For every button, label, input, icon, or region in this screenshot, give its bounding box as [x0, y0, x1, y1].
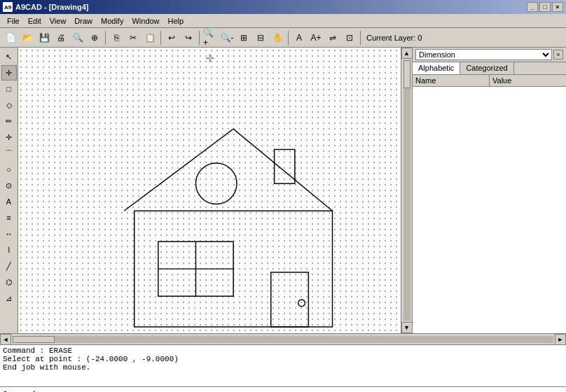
tb-font[interactable]: A+: [308, 30, 324, 46]
command-input-bar[interactable]: Command :: [0, 386, 566, 392]
svg-point-2: [196, 163, 237, 204]
lt-line[interactable]: ╱: [1, 258, 17, 274]
command-input[interactable]: [47, 390, 563, 393]
col-name: Name: [413, 75, 490, 86]
tb-zoom-all[interactable]: ⊟: [253, 30, 268, 46]
title-bar: A9 A9CAD - [Drawing4] _ □ ×: [0, 0, 566, 14]
vscroll-up-button[interactable]: ▲: [401, 48, 413, 59]
lt-arc[interactable]: ⌒: [1, 146, 17, 161]
drawing-area[interactable]: ✛: [18, 48, 401, 333]
tb-sep2: [160, 31, 161, 45]
lt-rectangle[interactable]: □: [1, 81, 17, 97]
right-panel-dropdown[interactable]: Dimension: [415, 49, 552, 60]
tb-zoom-in[interactable]: 🔍+: [202, 30, 218, 46]
drawing-canvas: ✛: [18, 48, 401, 333]
app-icon: A9: [3, 2, 13, 12]
hscroll-thumb[interactable]: [13, 336, 55, 343]
drawing-with-scroll: ✛: [18, 48, 412, 333]
lt-triangle[interactable]: ⌬: [1, 274, 17, 290]
lt-spline[interactable]: ⌇: [1, 242, 17, 258]
command-line-2: Select at point : (-24.0000 , -9.0000): [3, 355, 563, 363]
tb-sep3: [199, 31, 200, 45]
right-panel: Dimension × Alphabetic Categorized Name …: [412, 48, 566, 333]
vscroll-thumb[interactable]: [403, 60, 410, 88]
menu-help[interactable]: Help: [164, 15, 188, 27]
menu-view[interactable]: View: [46, 15, 71, 27]
current-layer-label: Current Layer: 0: [364, 34, 424, 42]
lt-select[interactable]: ↖: [1, 49, 17, 64]
lt-hatch[interactable]: ≡: [1, 210, 17, 225]
maximize-button[interactable]: □: [539, 2, 551, 12]
vertical-scrollbar[interactable]: ▲ ▼: [401, 48, 412, 333]
menu-bar: File Edit View Draw Modify Window Help: [0, 14, 566, 28]
vscroll-down-button[interactable]: ▼: [401, 322, 413, 333]
menu-window[interactable]: Window: [127, 15, 163, 27]
lt-pencil[interactable]: ✏: [1, 113, 17, 129]
lt-crosshair[interactable]: ✛: [1, 130, 17, 145]
title-bar-text: A9CAD - [Drawing4]: [15, 3, 89, 11]
tb-sep1: [105, 31, 106, 45]
left-toolbar: ↖ ✛ □ ◇ ✏ ✛ ⌒ ○ ⊙ A ≡ ↔ ⌇ ╱ ⌬ ⊿: [0, 48, 18, 333]
lt-circle[interactable]: ○: [1, 162, 17, 177]
horizontal-scrollbar[interactable]: ◄ ►: [0, 333, 566, 344]
tb-text[interactable]: A: [291, 30, 307, 46]
tb-print[interactable]: 🖨: [53, 30, 69, 46]
right-panel-tabs: Alphabetic Categorized: [413, 62, 566, 75]
tb-cut[interactable]: ✂: [125, 30, 141, 46]
tb-plot[interactable]: ⊡: [342, 30, 357, 46]
right-panel-header: Name Value: [413, 75, 566, 87]
tb-paste[interactable]: 📋: [142, 30, 158, 46]
lt-move[interactable]: ✛: [1, 65, 17, 80]
tb-redo[interactable]: ↪: [181, 30, 196, 46]
menu-modify[interactable]: Modify: [97, 15, 127, 27]
hscroll-right-button[interactable]: ►: [555, 334, 566, 345]
tb-zoom-window[interactable]: 🔍: [70, 30, 85, 46]
col-value: Value: [490, 75, 566, 86]
tb-undo[interactable]: ↩: [164, 30, 179, 46]
tab-categorized[interactable]: Categorized: [460, 62, 513, 74]
tb-sep5: [360, 31, 361, 45]
menu-file[interactable]: File: [3, 15, 24, 27]
lt-right-triangle[interactable]: ⊿: [1, 290, 17, 306]
menu-edit[interactable]: Edit: [24, 15, 46, 27]
svg-rect-1: [275, 150, 295, 184]
svg-point-7: [298, 300, 305, 307]
house-drawing: [18, 48, 401, 333]
command-line-3: End job with mouse.: [3, 363, 563, 372]
title-bar-buttons: _ □ ×: [527, 2, 563, 12]
lt-dimension[interactable]: ↔: [1, 226, 17, 241]
command-area: Command : ERASE Select at point : (-24.0…: [0, 344, 566, 386]
close-button[interactable]: ×: [552, 2, 563, 12]
tb-snap[interactable]: ⊕: [87, 30, 102, 46]
toolbar: 📄 📂 💾 🖨 🔍 ⊕ ⎘ ✂ 📋 ↩ ↪ 🔍+ 🔍- ⊞ ⊟ ✋ A A+ ⇌…: [0, 28, 566, 48]
tb-sep4: [288, 31, 289, 45]
main-layout: ↖ ✛ □ ◇ ✏ ✛ ⌒ ○ ⊙ A ≡ ↔ ⌇ ╱ ⌬ ⊿ ✛: [0, 48, 566, 333]
right-panel-content: [413, 87, 566, 333]
tb-symbol[interactable]: ⇌: [325, 30, 340, 46]
right-panel-title: Dimension ×: [413, 48, 566, 62]
tb-copy[interactable]: ⎘: [109, 30, 124, 46]
hscroll-track[interactable]: [13, 336, 553, 343]
vscroll-track[interactable]: [403, 60, 410, 321]
tb-pan[interactable]: ✋: [270, 30, 285, 46]
hscroll-left-button[interactable]: ◄: [0, 334, 11, 345]
lt-ellipse[interactable]: ⊙: [1, 178, 17, 193]
command-prompt: Command :: [3, 390, 44, 393]
tb-zoom-extent[interactable]: ⊞: [236, 30, 251, 46]
lt-diamond[interactable]: ◇: [1, 97, 17, 113]
tab-alphabetic[interactable]: Alphabetic: [413, 62, 460, 74]
menu-draw[interactable]: Draw: [70, 15, 97, 27]
title-bar-left: A9 A9CAD - [Drawing4]: [3, 2, 89, 12]
tb-open[interactable]: 📂: [20, 30, 35, 46]
tb-new[interactable]: 📄: [3, 30, 18, 46]
right-panel-close-button[interactable]: ×: [553, 50, 563, 59]
minimize-button[interactable]: _: [527, 2, 538, 12]
tb-zoom-out[interactable]: 🔍-: [219, 30, 235, 46]
command-line-1: Command : ERASE: [3, 346, 563, 355]
lt-text[interactable]: A: [1, 194, 17, 209]
tb-save[interactable]: 💾: [36, 30, 52, 46]
